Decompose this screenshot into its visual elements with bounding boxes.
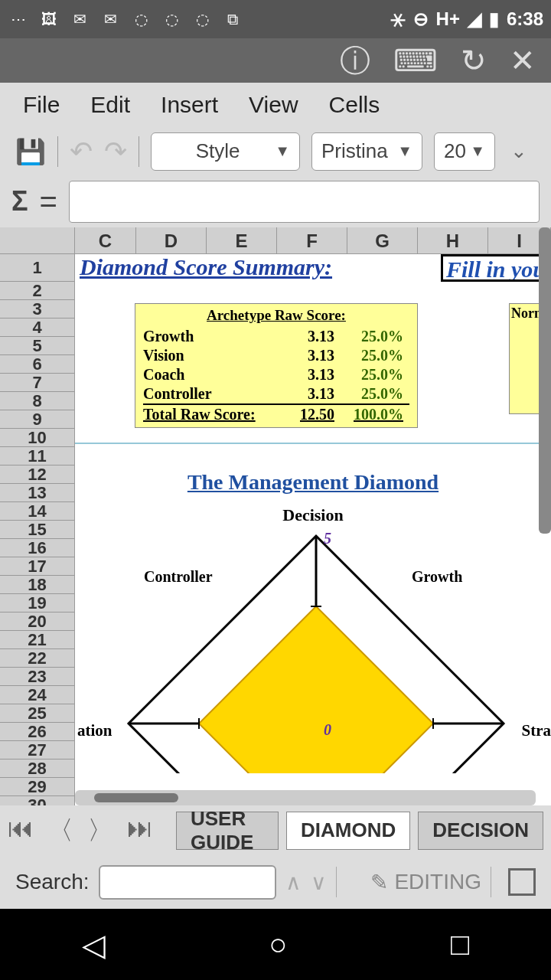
search-next-icon[interactable]: ∨ xyxy=(311,870,327,895)
editing-mode[interactable]: ✎ EDITING xyxy=(370,870,481,895)
score-header: Archetype Raw Score: xyxy=(143,307,409,324)
table-row: Coach 3.13 25.0% xyxy=(143,365,409,384)
column-header[interactable]: G xyxy=(347,227,418,253)
undo-button[interactable]: ↶ xyxy=(70,136,93,168)
column-header[interactable]: H xyxy=(418,227,488,253)
vertical-scrollbar[interactable] xyxy=(539,227,551,534)
info-icon[interactable]: ⓘ xyxy=(340,40,370,82)
total-percent: 100.0% xyxy=(334,406,403,423)
column-header[interactable]: F xyxy=(277,227,347,253)
row-header[interactable]: 25 xyxy=(0,704,74,723)
row-header[interactable]: 15 xyxy=(0,521,74,539)
active-cell[interactable]: Fill in you xyxy=(441,254,551,282)
menu-view[interactable]: View xyxy=(249,92,298,118)
cells-content[interactable]: Diamond Score Summary: Fill in you Arche… xyxy=(75,254,551,805)
row-header[interactable]: 11 xyxy=(0,447,74,466)
horizontal-scrollbar[interactable] xyxy=(75,790,536,805)
row-header[interactable]: 4 xyxy=(0,318,74,337)
table-total-row: Total Raw Score: 12.50 100.0% xyxy=(143,403,409,424)
redo-button[interactable]: ↷ xyxy=(104,136,127,168)
score-label: Growth xyxy=(143,328,281,345)
select-all-corner[interactable] xyxy=(0,227,75,253)
first-sheet-icon[interactable]: ⏮ xyxy=(8,813,34,848)
menu-insert[interactable]: Insert xyxy=(161,92,218,118)
row-header[interactable]: 22 xyxy=(0,649,74,668)
sheet-tabs-bar: ⏮ 〈 〉 ⏭ USER GUIDE DIAMOND DECISION xyxy=(0,805,551,855)
row-header[interactable]: 5 xyxy=(0,337,74,355)
save-icon[interactable]: 💾 xyxy=(15,137,46,166)
pencil-icon: ✎ xyxy=(370,870,388,895)
row-header[interactable]: 14 xyxy=(0,502,74,521)
tab-user-guide[interactable]: USER GUIDE xyxy=(176,812,279,850)
fullscreen-icon[interactable] xyxy=(508,868,536,896)
row-header[interactable]: 23 xyxy=(0,668,74,686)
column-header[interactable]: C xyxy=(75,227,136,253)
spreadsheet-area[interactable]: C D E F G H I 1 2 3 4 5 6 7 8 9 10 11 12… xyxy=(0,227,551,805)
expand-toolbar-icon[interactable]: ⌄ xyxy=(510,139,527,163)
row-header[interactable]: 20 xyxy=(0,612,74,631)
row-headers: 1 2 3 4 5 6 7 8 9 10 11 12 13 14 15 16 1… xyxy=(0,254,75,805)
row-header[interactable]: 10 xyxy=(0,429,74,447)
row-header[interactable]: 27 xyxy=(0,741,74,760)
home-button[interactable]: ○ xyxy=(269,927,287,962)
next-sheet-icon[interactable]: 〉 xyxy=(87,813,113,848)
refresh-icon[interactable]: ↻ xyxy=(461,43,487,78)
row-header[interactable]: 26 xyxy=(0,723,74,741)
column-header[interactable]: E xyxy=(207,227,277,253)
row-header[interactable]: 21 xyxy=(0,631,74,649)
scrollbar-thumb[interactable] xyxy=(94,793,178,802)
signal-icon: ◢ xyxy=(468,8,481,30)
formula-input[interactable] xyxy=(69,181,540,223)
tab-decision[interactable]: DECISION xyxy=(418,812,543,850)
sum-icon[interactable]: Σ xyxy=(11,185,28,217)
row-header[interactable]: 13 xyxy=(0,484,74,502)
back-button[interactable]: ◁ xyxy=(82,927,106,962)
prev-sheet-icon[interactable]: 〈 xyxy=(47,813,73,848)
row-header[interactable]: 28 xyxy=(0,760,74,778)
font-dropdown[interactable]: Pristina ▼ xyxy=(311,132,422,171)
last-sheet-icon[interactable]: ⏭ xyxy=(127,813,153,848)
row-header[interactable]: 24 xyxy=(0,686,74,704)
row-header[interactable]: 18 xyxy=(0,576,74,594)
menu-file[interactable]: File xyxy=(23,92,60,118)
tab-diamond[interactable]: DIAMOND xyxy=(286,812,410,850)
row-header[interactable]: 1 xyxy=(0,254,74,282)
score-value: 3.13 xyxy=(281,366,334,384)
fontsize-dropdown[interactable]: 20 ▼ xyxy=(434,132,495,171)
divider xyxy=(75,443,551,444)
row-header[interactable]: 6 xyxy=(0,355,74,374)
row-header[interactable]: 29 xyxy=(0,778,74,796)
column-header[interactable]: D xyxy=(136,227,207,253)
row-header[interactable]: 3 xyxy=(0,300,74,318)
score-percent: 25.0% xyxy=(334,366,403,384)
style-dropdown[interactable]: Style ▼ xyxy=(151,132,300,171)
close-icon[interactable]: ✕ xyxy=(510,43,536,78)
row-header[interactable]: 16 xyxy=(0,539,74,557)
menu-cells[interactable]: Cells xyxy=(329,92,380,118)
score-label: Controller xyxy=(143,385,281,403)
menu-edit[interactable]: Edit xyxy=(90,92,130,118)
svg-marker-3 xyxy=(199,606,433,773)
diamond-chart: 5 0 Controller Growth xyxy=(113,528,519,773)
keyboard-icon[interactable]: ⌨ xyxy=(393,43,438,78)
style-value: Style xyxy=(196,139,240,163)
row-header[interactable]: 2 xyxy=(0,282,74,300)
separator xyxy=(336,867,337,897)
row-header[interactable]: 8 xyxy=(0,392,74,410)
row-header[interactable]: 17 xyxy=(0,557,74,576)
score-label: Vision xyxy=(143,347,281,364)
recent-button[interactable]: □ xyxy=(451,927,469,962)
row-header[interactable]: 30 xyxy=(0,796,74,805)
row-header[interactable]: 9 xyxy=(0,410,74,429)
table-row: Growth 3.13 25.0% xyxy=(143,327,409,346)
row-header[interactable]: 7 xyxy=(0,374,74,392)
spinner-icon: ◌ xyxy=(191,8,213,30)
search-input[interactable] xyxy=(99,865,276,900)
spinner-icon: ◌ xyxy=(130,8,152,30)
score-percent: 25.0% xyxy=(334,328,403,345)
row-header[interactable]: 12 xyxy=(0,466,74,484)
score-table: Archetype Raw Score: Growth 3.13 25.0% V… xyxy=(135,303,418,428)
row-header[interactable]: 19 xyxy=(0,594,74,612)
search-label: Search: xyxy=(15,870,90,894)
search-prev-icon[interactable]: ∧ xyxy=(285,870,302,895)
